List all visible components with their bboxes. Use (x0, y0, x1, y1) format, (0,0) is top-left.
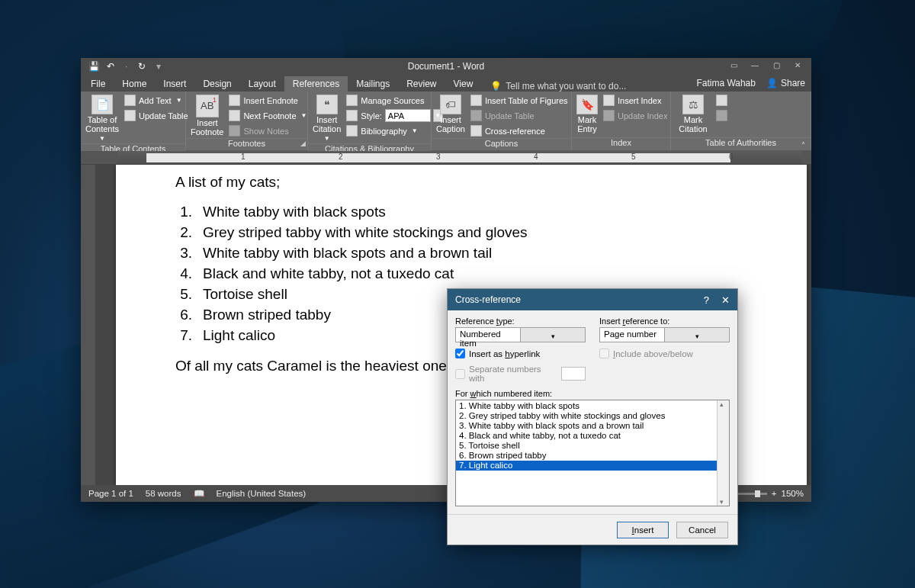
reference-type-combo[interactable]: Numbered item ▾ (455, 327, 586, 342)
list-item: 2.Grey striped tabby with white stocking… (175, 222, 807, 243)
share-icon: 👤 (766, 78, 778, 88)
save-icon[interactable]: 💾 (88, 61, 99, 72)
dialog-close-button[interactable]: ✕ (721, 294, 730, 306)
insert-table-of-figures-button[interactable]: Insert Table of Figures (468, 93, 570, 108)
ruler-tick: 4 (534, 153, 538, 161)
group-label: Footnotes◢ (186, 138, 307, 150)
tab-references[interactable]: References (284, 76, 348, 92)
tell-me[interactable]: 💡 Tell me what you want to do... (490, 81, 626, 92)
table-of-contents-button[interactable]: 📄 Table of Contents ▼ (85, 93, 119, 143)
list-item[interactable]: 5. Tortoise shell (456, 441, 729, 451)
next-footnote-button[interactable]: Next Footnote▼ (226, 108, 309, 123)
scrollbar[interactable] (717, 400, 729, 506)
insert-reference-to-label: Insert reference to: (599, 316, 730, 326)
tab-view[interactable]: View (445, 76, 482, 92)
insert-reference-to-value: Page number (600, 328, 664, 342)
cancel-button[interactable]: Cancel (676, 522, 728, 538)
insert-index-button[interactable]: Insert Index (601, 93, 669, 108)
manage-sources-button[interactable]: Manage Sources (344, 93, 445, 108)
ruler-tick: 1 (241, 153, 246, 161)
caption-icon: 🏷 (440, 95, 461, 114)
zoom-level[interactable]: 150% (782, 489, 804, 498)
ribbon-display-options-icon[interactable]: ▭ (723, 58, 744, 73)
tab-home[interactable]: Home (114, 76, 155, 92)
group-index: 🔖 Mark Entry Insert Index Update Index I… (572, 92, 671, 150)
tab-layout[interactable]: Layout (240, 76, 284, 92)
reference-type-value: Numbered item (456, 328, 520, 342)
collapse-ribbon-icon[interactable]: ˄ (801, 141, 805, 149)
undo-icon[interactable]: ↶ (105, 61, 116, 72)
list-item[interactable]: 6. Brown striped tabby (456, 451, 729, 461)
share-label: Share (781, 78, 805, 88)
horizontal-ruler[interactable]: 1 2 3 4 5 6 (81, 151, 811, 165)
tab-review[interactable]: Review (398, 76, 445, 92)
language-indicator[interactable]: English (United States) (217, 489, 307, 498)
insert-toa-button[interactable] (714, 93, 730, 108)
add-text-button[interactable]: Add Text▼ (122, 93, 191, 108)
dialog-launcher-icon[interactable]: ◢ (300, 140, 306, 147)
style-input[interactable] (385, 109, 431, 122)
user-name[interactable]: Fatima Wahab (696, 78, 756, 88)
insert-button[interactable]: Insert (617, 522, 669, 538)
update-toa-button[interactable] (714, 108, 730, 123)
insert-reference-to-combo[interactable]: Page number ▾ (599, 327, 730, 342)
tab-design[interactable]: Design (194, 76, 239, 92)
window-title: Document1 - Word (81, 61, 811, 72)
add-text-icon (124, 95, 136, 106)
close-button[interactable]: ✕ (787, 58, 808, 73)
update-table-button[interactable]: Update Table (122, 108, 191, 123)
ribbon: 📄 Table of Contents ▼ Add Text▼ Update T… (81, 92, 811, 151)
list-item: 1.White tabby with black spots (175, 201, 807, 222)
list-item: 4.Black and white tabby, not a tuxedo ca… (175, 263, 807, 284)
mark-citation-button[interactable]: ⚖ Mark Citation (676, 93, 711, 133)
style-selector[interactable]: Style: ▼ (344, 108, 445, 123)
separator-input (561, 367, 586, 381)
show-notes-icon (229, 125, 240, 137)
qat-customize-icon[interactable]: ▾ (156, 61, 161, 72)
insert-index-icon (603, 95, 615, 106)
chevron-down-icon[interactable]: ▾ (664, 328, 729, 342)
vertical-ruler[interactable] (81, 165, 96, 485)
redo-icon[interactable]: ↻ (136, 61, 147, 72)
spellcheck-icon[interactable]: 📖 (194, 488, 204, 499)
ruler-tick: 5 (631, 153, 636, 161)
update-index-button[interactable]: Update Index (601, 108, 669, 123)
tab-file[interactable]: File (82, 76, 114, 92)
show-notes-button[interactable]: Show Notes (226, 124, 309, 138)
chevron-down-icon[interactable]: ▾ (520, 328, 585, 342)
cross-reference-button[interactable]: Cross-reference (468, 124, 570, 138)
hyperlink-checkbox-input[interactable] (455, 349, 465, 358)
tab-insert[interactable]: Insert (155, 76, 194, 92)
page-indicator[interactable]: Page 1 of 1 (88, 489, 133, 498)
insert-footnote-button[interactable]: AB1 Insert Footnote (191, 93, 223, 137)
footnote-icon: AB1 (196, 95, 219, 117)
update-captions-table-button[interactable]: Update Table (468, 108, 570, 123)
list-item[interactable]: 1. White tabby with black spots (456, 401, 729, 411)
insert-endnote-button[interactable]: Insert Endnote (226, 93, 309, 108)
insert-as-hyperlink-checkbox[interactable]: Insert as hyperlink (455, 349, 586, 358)
cross-reference-dialog: Cross-reference ? ✕ Reference type: Numb… (447, 288, 738, 545)
zoom-in-button[interactable]: + (772, 489, 777, 498)
separate-numbers-input (455, 369, 465, 379)
list-item[interactable]: 4. Black and white tabby, not a tuxedo c… (456, 431, 729, 441)
bibliography-button[interactable]: Bibliography▼ (344, 124, 445, 138)
ribbon-tabs: File Home Insert Design Layout Reference… (81, 75, 811, 92)
numbered-item-listbox[interactable]: 1. White tabby with black spots2. Grey s… (455, 400, 730, 506)
endnote-icon (229, 95, 240, 106)
tab-mailings[interactable]: Mailings (348, 76, 398, 92)
bulb-icon: 💡 (490, 81, 502, 92)
style-icon (346, 110, 358, 121)
cross-reference-icon (470, 125, 482, 137)
share-button[interactable]: 👤 Share (766, 78, 805, 88)
word-count[interactable]: 58 words (146, 489, 181, 498)
help-button[interactable]: ? (704, 294, 709, 306)
dialog-title-bar[interactable]: Cross-reference ? ✕ (448, 289, 737, 310)
list-item[interactable]: 2. Grey striped tabby with white stockin… (456, 411, 729, 421)
list-item[interactable]: 7. Light calico (456, 461, 729, 471)
insert-caption-button[interactable]: 🏷 Insert Caption (436, 93, 465, 133)
list-item[interactable]: 3. White tabby with black spots and a br… (456, 421, 729, 431)
minimize-button[interactable]: — (744, 58, 766, 73)
insert-citation-button[interactable]: ❝ Insert Citation ▼ (313, 93, 341, 143)
mark-entry-button[interactable]: 🔖 Mark Entry (576, 93, 598, 133)
maximize-button[interactable]: ▢ (766, 58, 787, 73)
